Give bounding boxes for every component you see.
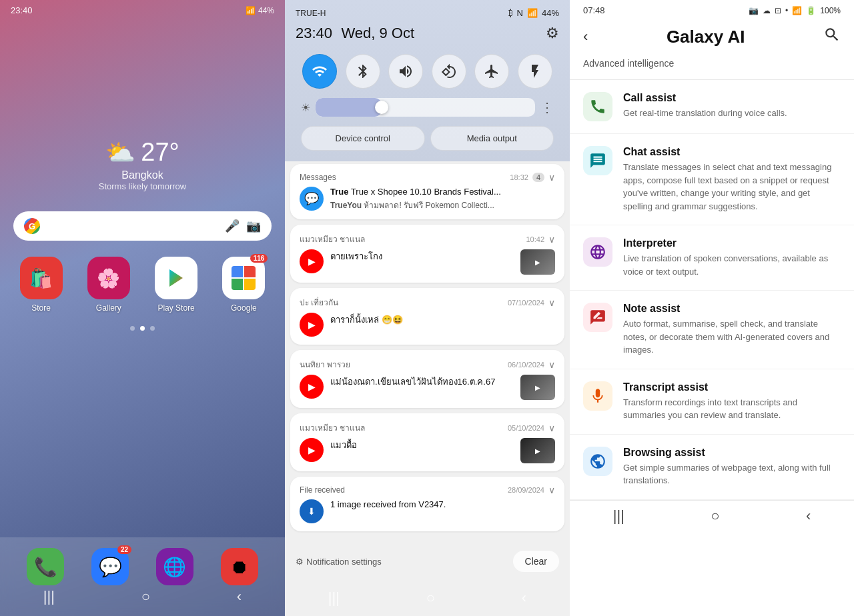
dock-screen-recorder[interactable]: ⏺ (221, 548, 258, 585)
call-assist-name: Call assist (623, 92, 841, 104)
file-time: 28/09/2024 (508, 486, 544, 494)
sound-toggle[interactable] (388, 54, 423, 89)
interpreter-item[interactable]: Interpreter Live translation of spoken c… (570, 225, 854, 291)
browser-icon: 🌐 (156, 548, 193, 585)
brightness-slider[interactable] (316, 98, 535, 117)
file-notification[interactable]: File received 28/09/2024 ∨ ⬇ 1 image rec… (290, 477, 564, 531)
note-assist-icon (583, 303, 612, 332)
notification-settings-link[interactable]: ⚙ Notification settings (296, 557, 382, 567)
app-play-store[interactable]: Play Store (146, 257, 207, 313)
flashlight-toggle[interactable] (518, 54, 552, 89)
note-assist-item[interactable]: Note assist Auto format, summarise, spel… (570, 291, 854, 369)
notif-back-button[interactable]: ‹ (522, 589, 526, 607)
device-control-button[interactable]: Device control (301, 126, 425, 151)
google-search-bar[interactable]: G 🎤 📷 (13, 211, 272, 241)
airplane-toggle[interactable] (474, 54, 509, 89)
dock-browser[interactable]: 🌐 (156, 548, 193, 585)
notif-recents-button[interactable]: ||| (328, 589, 340, 607)
youtube1-notification[interactable]: แมวเหมียว ชาแนล 10:42 ∨ ▶ ตายเพราะโกง ▶ (290, 225, 564, 283)
back-button[interactable]: ‹ (583, 28, 588, 45)
google-icon: 116 (222, 257, 265, 299)
interpreter-icon (583, 237, 612, 267)
notif-date-row: 23:40 Wed, 9 Oct ⚙ (296, 21, 559, 49)
dock-chat[interactable]: 💬 22 (91, 548, 129, 585)
page-indicator (0, 326, 285, 331)
home-button[interactable]: ○ (141, 588, 150, 605)
phone-icon: 📞 (27, 548, 64, 585)
file-app-name: File received (300, 485, 345, 495)
settings-gear-icon[interactable]: ⚙ (546, 25, 559, 42)
microphone-icon[interactable]: 🎤 (225, 219, 240, 233)
screen-record-icon: ⊡ (775, 6, 781, 15)
weather-description: Storms likely tomorrow (99, 181, 186, 191)
youtube4-notification[interactable]: แมวเหมียว ชาแนล 05/10/2024 ∨ ▶ แมวดื้อ ▶ (290, 413, 564, 471)
settings-back-button[interactable]: ‹ (806, 507, 811, 525)
yt4-thumbnail: ▶ (520, 438, 555, 463)
yt1-app-name: แมวเหมียว ชาแนล (300, 233, 365, 245)
msg1: True True x Shopee 10.10 Brands Festival… (330, 187, 555, 197)
yt4-avatar: ▶ (300, 438, 324, 462)
svg-marker-0 (169, 269, 183, 287)
call-assist-item[interactable]: Call assist Get real-time translation du… (570, 80, 854, 134)
messages-avatar: 💬 (300, 187, 324, 211)
app-google[interactable]: 116 Google (214, 257, 274, 313)
yt3-app-name: นนทิยา พารวย (300, 358, 350, 371)
battery-icon: 🔋 (806, 6, 816, 15)
media-output-button[interactable]: Media output (430, 126, 554, 151)
gallery-label: Gallery (96, 303, 121, 313)
chat-assist-item[interactable]: Chat assist Translate messages in select… (570, 134, 854, 225)
interpreter-desc: Live translation of spoken conversations… (623, 252, 841, 278)
notif-home-button[interactable]: ○ (426, 589, 435, 607)
notifications-list: Messages 18:32 4 ∨ 💬 True True x Shopee … (285, 161, 570, 571)
dock-phone[interactable]: 📞 (27, 548, 64, 585)
note-assist-name: Note assist (623, 303, 841, 315)
back-button[interactable]: ‹ (237, 588, 242, 605)
notification-panel: TRUE-H ₿ N 📶 44% 23:40 Wed, 9 Oct ⚙ (285, 0, 570, 616)
messages-expand-icon[interactable]: ∨ (548, 172, 555, 183)
interpreter-name: Interpreter (623, 237, 841, 249)
app-gallery[interactable]: 🌸 Gallery (78, 257, 139, 313)
call-assist-icon (583, 92, 612, 121)
yt2-expand-icon[interactable]: ∨ (548, 297, 555, 308)
weather-icon: ⛅ (105, 139, 135, 167)
yt1-expand-icon[interactable]: ∨ (548, 234, 555, 245)
page-title: Galaxy AI (667, 27, 745, 47)
search-button[interactable] (823, 26, 841, 47)
more-options-button[interactable]: ⋮ (540, 99, 554, 115)
yt1-time: 10:42 (526, 235, 544, 243)
yt4-expand-icon[interactable]: ∨ (548, 423, 555, 433)
yt2-time: 07/10/2024 (508, 299, 544, 307)
messages-count: 4 (532, 173, 544, 182)
wifi-toggle[interactable] (302, 54, 337, 89)
youtube2-notification[interactable]: ปะ เที่ยวกัน 07/10/2024 ∨ ▶ ดาราก็นั้งเห… (290, 288, 564, 345)
settings-home-button[interactable]: ○ (711, 507, 719, 525)
app-store[interactable]: 🛍️ Store (11, 257, 71, 313)
yt4-text: แมวดื้อ (330, 438, 514, 452)
settings-recents-button[interactable]: ||| (613, 507, 624, 525)
note-assist-desc: Auto format, summarise, spell check, and… (623, 317, 841, 357)
messages-notification[interactable]: Messages 18:32 4 ∨ 💬 True True x Shopee … (290, 164, 564, 219)
transcript-assist-item[interactable]: Transcript assist Transform recordings i… (570, 369, 854, 435)
settings-subtitle: Advanced intelligence (570, 55, 854, 79)
dot-3 (150, 326, 155, 331)
home-nav-bar: ||| ○ ‹ (0, 585, 285, 608)
chat-assist-icon (583, 146, 612, 175)
youtube3-notification[interactable]: นนทิยา พารวย 06/10/2024 ∨ ▶ แม่น้องณดา.เ… (290, 350, 564, 408)
bluetooth-toggle[interactable] (346, 54, 380, 89)
yt4-app-name: แมวเหมียว ชาแนล (300, 421, 365, 434)
recents-button[interactable]: ||| (43, 588, 55, 605)
wifi-status-icon: 📶 (527, 8, 538, 18)
wifi-icon: 📶 (792, 6, 802, 15)
yt2-text: ดาราก็นั้งเหล่ 😁😆 (330, 313, 555, 327)
gallery-icon: 🌸 (87, 257, 130, 299)
clear-all-button[interactable]: Clear (513, 551, 559, 572)
notif-nav-bar: ||| ○ ‹ (285, 583, 570, 616)
yt3-expand-icon[interactable]: ∨ (548, 359, 555, 370)
file-expand-icon[interactable]: ∨ (548, 485, 555, 495)
lens-icon[interactable]: 📷 (246, 219, 261, 233)
browsing-assist-item[interactable]: Browsing assist Get simple summaries of … (570, 435, 854, 500)
brightness-row: ☀ ⋮ (296, 95, 559, 123)
yt3-time: 06/10/2024 (508, 361, 544, 369)
rotate-toggle[interactable] (432, 54, 466, 89)
weather-widget: ⛅ 27° Bangkok Storms likely tomorrow (0, 138, 285, 191)
